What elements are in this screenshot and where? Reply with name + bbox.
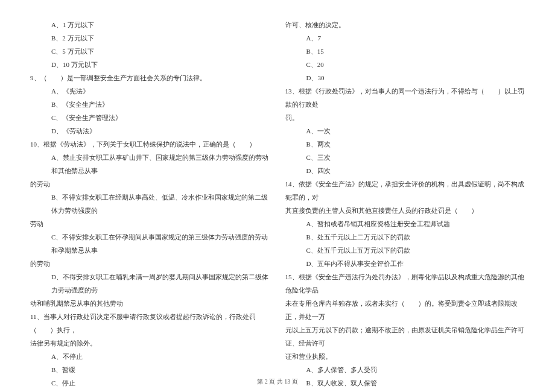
q8-option-c: C、5 万元以下 <box>30 45 270 58</box>
question-13-cont: 罚。 <box>285 111 525 124</box>
q10-option-a-cont: 的劳动 <box>30 177 270 191</box>
q8-option-b: B、2 万元以下 <box>30 31 270 45</box>
question-15-cont: 未在专用仓库内单独存放，或者未实行（ ）的。将受到责令立即或者限期改正，并处一万 <box>285 297 525 323</box>
q9-option-a: A、《宪法》 <box>30 84 270 98</box>
q8-option-a: A、1 万元以下 <box>30 18 270 31</box>
q10-option-d: D、不得安排女职工在哺乳未满一周岁的婴儿期间从事国家规定的第二级体力劳动强度的劳 <box>30 270 270 297</box>
question-15: 15、根据《安全生产违法行为处罚办法》，剧毒化学品以及构成重大危险源的其他危险化… <box>285 270 525 297</box>
page-footer: 第 2 页 共 13 页 <box>0 378 555 386</box>
q10-option-a: A、禁止安排女职工从事矿山井下、国家规定的第三级体力劳动强度的劳动和其他禁忌从事 <box>30 151 270 177</box>
page-container: A、1 万元以下 B、2 万元以下 C、5 万元以下 D、10 万元以下 9、（… <box>30 18 525 368</box>
q9-option-d: D、《劳动法》 <box>30 124 270 138</box>
question-13: 13、根据《行政处罚法》，对当事人的同一个违法行为，不得给与（ ）以上罚款的行政… <box>285 84 525 111</box>
q8-option-d: D、10 万元以下 <box>30 58 270 71</box>
q12-option-b: B、15 <box>285 45 525 58</box>
q10-option-c: C、不得安排女职工在怀孕期间从事国家规定的第三级体力劳动强度的劳动和孕期禁忌从事 <box>30 230 270 257</box>
question-11-cont: 法律另有规定的除外。 <box>30 337 270 350</box>
question-10: 10、根据《劳动法》，下列关于女职工特殊保护的说法中，正确的是（ ） <box>30 138 270 151</box>
q14-option-b: B、处五千元以上二万元以下的罚款 <box>285 230 525 244</box>
question-15-cont2: 元以上五万元以下的罚款；逾期不改正的，由原发证机关吊销危险化学品生产许可证、经营… <box>285 323 525 350</box>
q9-option-b: B、《安全生产法》 <box>30 98 270 111</box>
q11-option-b: B、暂缓 <box>30 363 270 376</box>
question-14: 14、依据《安全生产法》的规定，承担安全评价的机构，出具虚假证明，尚不构成犯罪的… <box>285 177 525 204</box>
q14-option-c: C、处五千元以上五万元以下的罚款 <box>285 244 525 257</box>
right-column: 许可、核准的决定。 A、7 B、15 C、20 D、30 13、根据《行政处罚法… <box>285 18 525 368</box>
q10-option-c-cont: 的劳动 <box>30 257 270 270</box>
q12-option-a: A、7 <box>285 31 525 45</box>
q13-option-a: A、一次 <box>285 124 525 138</box>
q10-option-d-cont: 动和哺乳期禁忌从事的其他劳动 <box>30 297 270 310</box>
question-9: 9、（ ）是一部调整安全生产方面社会关系的专门法律。 <box>30 71 270 84</box>
q14-option-a: A、暂扣或者吊销其相应资格注册安全工程师试题 <box>285 217 525 230</box>
q15-option-a: A、多人保管、多人受罚 <box>285 363 525 376</box>
q11-option-a: A、不停止 <box>30 350 270 363</box>
q11-option-d: D、暂停 <box>30 390 270 392</box>
q10-option-b: B、不得安排女职工在经期从事高处、低温、冷水作业和国家规定的第二级体力劳动强度的 <box>30 191 270 217</box>
question-11: 11、当事人对行政处罚决定不服申请行政复议或者提起行政诉讼的，行政处罚（ ）执行… <box>30 310 270 337</box>
q13-option-c: C、三次 <box>285 151 525 164</box>
q14-option-d: D、五年内不得从事安全评价工作 <box>285 257 525 270</box>
question-15-cont3: 证和营业执照。 <box>285 350 525 363</box>
q12-option-c: C、20 <box>285 58 525 71</box>
q10-option-b-cont: 劳动 <box>30 217 270 230</box>
q15-option-c: C、多人保管、双人收发 <box>285 390 525 392</box>
question-12-cont2: 许可、核准的决定。 <box>285 18 525 31</box>
q13-option-d: D、四次 <box>285 164 525 177</box>
question-14-cont: 其直接负责的主管人员和其他直接责任人员的行政处罚是（ ） <box>285 204 525 217</box>
q12-option-d: D、30 <box>285 71 525 84</box>
q13-option-b: B、两次 <box>285 138 525 151</box>
left-column: A、1 万元以下 B、2 万元以下 C、5 万元以下 D、10 万元以下 9、（… <box>30 18 270 368</box>
q9-option-c: C、《安全生产管理法》 <box>30 111 270 124</box>
